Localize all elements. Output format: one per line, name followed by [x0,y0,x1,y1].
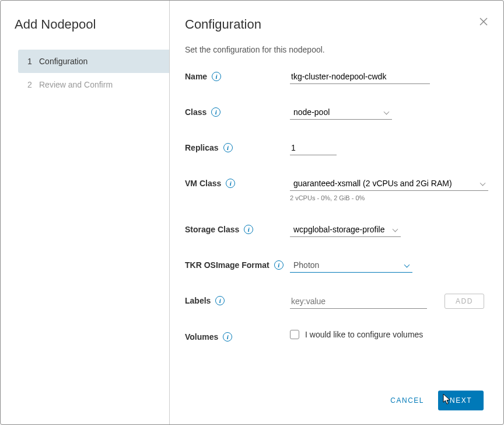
wizard-sidebar: Add Nodepool 1 Configuration 2 Review an… [1,1,170,424]
volumes-checkbox-row[interactable]: I would like to configure volumes [290,330,488,339]
name-label: Name [185,72,207,81]
step-number: 1 [27,57,39,66]
labels-input[interactable] [290,294,427,309]
info-icon[interactable]: i [244,225,253,234]
info-icon[interactable]: i [212,72,221,81]
step-label: Review and Confirm [39,80,113,89]
sidebar-title: Add Nodepool [1,17,169,50]
page-description: Set the configuration for this nodepool. [185,45,488,54]
close-icon[interactable] [479,17,488,28]
class-label: Class [185,107,206,117]
vmclass-helper: 2 vCPUs - 0%, 2 GiB - 0% [290,194,488,201]
add-nodepool-modal: Add Nodepool 1 Configuration 2 Review an… [0,0,504,425]
step-review-confirm[interactable]: 2 Review and Confirm [18,73,169,96]
info-icon[interactable]: i [223,143,233,152]
content-area: Configuration Set the configuration for … [170,1,503,424]
info-icon[interactable]: i [226,179,235,188]
info-icon[interactable]: i [274,260,284,270]
step-number: 2 [27,80,39,89]
page-title: Configuration [185,17,261,32]
info-icon[interactable]: i [215,296,225,305]
labels-label: Labels [185,296,211,305]
volumes-checkbox[interactable] [290,330,299,339]
storage-select[interactable]: wcpglobal-storage-profile [290,222,401,237]
step-label: Configuration [39,57,88,66]
replicas-label: Replicas [185,143,219,152]
tkr-select[interactable]: Photon [290,258,412,273]
vmclass-select[interactable]: guaranteed-xsmall (2 vCPUs and 2Gi RAM) [290,176,488,191]
volumes-checkbox-label: I would like to configure volumes [305,330,423,339]
info-icon[interactable]: i [211,107,220,117]
storage-label: Storage Class [185,225,239,234]
replicas-input[interactable] [290,141,337,155]
step-configuration[interactable]: 1 Configuration [18,50,169,73]
info-icon[interactable]: i [223,332,232,342]
modal-footer: CANCEL NEXT [170,379,503,424]
cancel-button[interactable]: CANCEL [387,392,428,409]
volumes-label: Volumes [185,332,218,342]
vmclass-label: VM Class [185,179,221,188]
add-label-button[interactable]: ADD [444,294,484,309]
class-select[interactable]: node-pool [290,105,392,120]
tkr-label: TKR OSImage Format [185,260,270,270]
next-button[interactable]: NEXT [438,391,484,410]
name-input[interactable] [290,69,430,84]
